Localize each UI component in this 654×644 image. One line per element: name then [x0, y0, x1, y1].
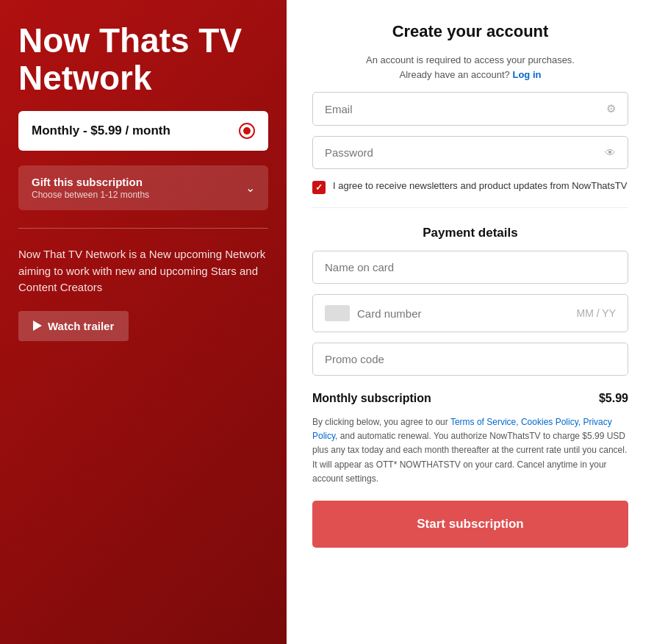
email-input[interactable]	[325, 103, 606, 115]
login-prompt: Already have an account?	[400, 69, 510, 80]
promo-code-wrapper[interactable]	[312, 343, 628, 376]
form-title: Create your account	[312, 22, 628, 41]
summary-price: $5.99	[599, 392, 628, 405]
password-field-wrapper[interactable]: 👁	[312, 136, 628, 169]
gift-subscription-box[interactable]: Gift this subscription Choose between 1-…	[18, 165, 268, 210]
card-number-input[interactable]	[357, 307, 569, 320]
gift-title: Gift this subscription	[32, 176, 149, 188]
plan-label: Monthly - $5.99 / month	[32, 124, 170, 138]
terms-rest-text: and automatic renewal. You authorize Now…	[312, 431, 627, 484]
watch-trailer-button[interactable]: Watch trailer	[18, 311, 129, 341]
card-number-row[interactable]: MM / YY	[312, 294, 628, 332]
gift-subtitle: Choose between 1-12 months	[32, 190, 149, 200]
form-subtitle: An account is required to access your pu…	[312, 53, 628, 82]
start-subscription-button[interactable]: Start subscription	[312, 501, 628, 548]
cookies-policy-link[interactable]: Cookies Policy,	[521, 417, 581, 427]
name-on-card-wrapper[interactable]	[312, 251, 628, 284]
card-brand-icon	[325, 305, 350, 321]
chevron-down-icon: ⌄	[245, 181, 255, 195]
subscription-summary-row: Monthly subscription $5.99	[312, 392, 628, 405]
summary-label: Monthly subscription	[312, 392, 431, 405]
password-visibility-icon[interactable]: 👁	[605, 146, 616, 159]
promo-code-input[interactable]	[325, 353, 616, 365]
left-panel: Now Thats TV Network Monthly - $5.99 / m…	[0, 0, 287, 644]
watch-trailer-label: Watch trailer	[48, 320, 114, 332]
login-link[interactable]: Log in	[512, 69, 541, 80]
payment-section-title: Payment details	[312, 226, 628, 240]
email-field-wrapper[interactable]: ⚙	[312, 92, 628, 126]
newsletter-label: I agree to receive newsletters and produ…	[333, 179, 627, 193]
divider-2	[312, 207, 628, 208]
terms-intro: By clicking below, you agree to our	[312, 417, 448, 427]
newsletter-checkbox-row: I agree to receive newsletters and produ…	[312, 179, 628, 194]
terms-of-service-link[interactable]: Terms of Service,	[450, 417, 519, 427]
form-subtitle-text: An account is required to access your pu…	[366, 54, 575, 65]
subscription-option[interactable]: Monthly - $5.99 / month	[18, 111, 268, 151]
right-panel: Create your account An account is requir…	[287, 0, 654, 644]
radio-selected-icon	[239, 123, 255, 139]
brand-title: Now Thats TV Network	[18, 22, 268, 96]
divider	[18, 228, 268, 229]
password-input[interactable]	[325, 146, 605, 159]
newsletter-checkbox[interactable]	[312, 181, 326, 194]
terms-text: By clicking below, you agree to our Term…	[312, 415, 628, 486]
email-icon: ⚙	[606, 102, 616, 115]
name-on-card-input[interactable]	[325, 261, 616, 273]
description-text: Now That TV Network is a New upcoming Ne…	[18, 246, 268, 296]
card-date-placeholder: MM / YY	[577, 307, 616, 319]
play-icon	[33, 321, 42, 331]
